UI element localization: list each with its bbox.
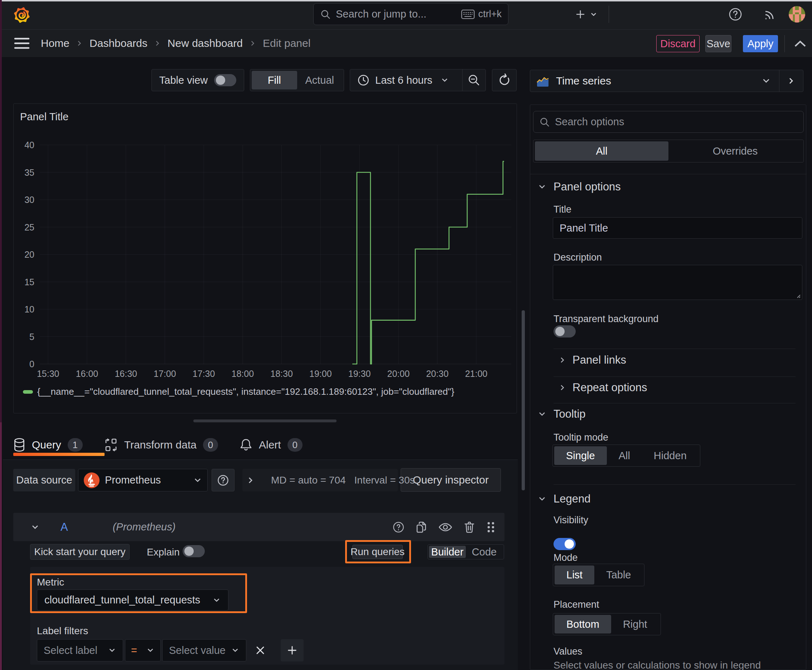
section-legend[interactable]: Legend <box>537 492 590 505</box>
section-tooltip[interactable]: Tooltip <box>537 408 586 421</box>
fill-actual-option-fill[interactable]: Fill <box>252 71 297 90</box>
breadcrumb-item-dashboards[interactable]: Dashboards <box>90 37 147 49</box>
metric-label: Metric <box>37 577 64 588</box>
query-help-icon[interactable] <box>393 521 404 533</box>
zoom-out-button[interactable] <box>463 69 485 91</box>
legend-placement-option-bottom[interactable]: Bottom <box>554 615 611 633</box>
plus-icon <box>575 8 586 20</box>
refresh-button[interactable] <box>492 69 517 91</box>
chevron-down-icon <box>589 10 598 19</box>
global-search-input[interactable]: Search or jump to... ctrl+k <box>313 3 509 25</box>
panel-description-textarea[interactable] <box>553 265 802 300</box>
add-filter-button[interactable] <box>281 639 303 662</box>
time-range-label: Last 6 hours <box>375 74 432 86</box>
builder-code-option-code[interactable]: Code <box>466 546 503 558</box>
user-avatar[interactable] <box>789 6 805 22</box>
options-scope-option-all[interactable]: All <box>535 141 668 161</box>
legend-placement-option-right[interactable]: Right <box>611 615 659 633</box>
tab-alert[interactable]: Alert 0 <box>239 438 303 452</box>
section-panel-options[interactable]: Panel options <box>537 180 621 193</box>
mega-menu-button[interactable] <box>14 36 30 51</box>
kickstart-button[interactable]: Kick start your query <box>30 544 130 560</box>
discard-button[interactable]: Discard <box>656 35 700 52</box>
tooltip-mode-option-all[interactable]: All <box>607 446 642 465</box>
explain-toggle[interactable] <box>183 545 205 557</box>
label-filter-label-select[interactable]: Select label <box>37 639 123 662</box>
x-axis-tick-label: 20:00 <box>387 369 410 379</box>
y-axis-tick-label: 0 <box>29 359 34 369</box>
breadcrumb-separator-icon <box>249 39 257 47</box>
max-data-points: MD = auto = 704 <box>271 475 346 486</box>
legend-mode-option-table[interactable]: Table <box>594 565 642 584</box>
query-editor-pane: Data source Prometheus MD = auto = 704 I… <box>3 460 518 670</box>
x-axis-tick-label: 19:00 <box>309 369 332 379</box>
legend-visibility-toggle[interactable] <box>554 538 576 550</box>
add-menu-button[interactable] <box>571 7 602 22</box>
chevron-down-icon <box>193 475 202 485</box>
chevron-down-icon <box>537 494 547 504</box>
chevron-right-icon[interactable] <box>246 475 255 485</box>
chevron-up-icon <box>794 39 807 48</box>
datasource-help-button[interactable] <box>212 469 234 491</box>
breadcrumb-item-edit-panel: Edit panel <box>263 37 310 49</box>
chevron-right-icon <box>787 76 796 86</box>
toggle-viz-picker-button[interactable] <box>780 70 803 91</box>
time-series-chart[interactable]: 051015202530354015:3016:0016:3017:0017:3… <box>14 104 517 413</box>
help-button[interactable] <box>727 7 744 22</box>
visualization-picker[interactable]: Time series <box>530 70 804 92</box>
options-scope-option-overrides[interactable]: Overrides <box>668 141 802 161</box>
transparent-bg-toggle[interactable] <box>554 325 576 337</box>
collapse-header-button[interactable] <box>791 36 810 52</box>
save-button[interactable]: Save <box>705 35 731 52</box>
bell-icon <box>239 438 253 452</box>
main-scrollbar-thumb[interactable] <box>522 310 525 490</box>
hide-response-icon[interactable] <box>439 522 452 533</box>
time-range-picker[interactable]: Last 6 hours <box>350 69 462 91</box>
remove-query-icon[interactable] <box>464 521 475 533</box>
duplicate-query-icon[interactable] <box>416 521 427 533</box>
section-panel-links[interactable]: Panel links <box>558 354 626 367</box>
chevron-down-icon <box>537 409 547 419</box>
x-axis-tick-label: 17:00 <box>154 369 176 379</box>
news-button[interactable] <box>761 7 779 22</box>
chevron-down-icon[interactable] <box>31 523 40 532</box>
tab-query[interactable]: Query 1 <box>13 438 83 452</box>
panel-resize-handle[interactable] <box>193 420 337 422</box>
timeseries-viz-icon <box>536 74 549 88</box>
table-view-toggle[interactable] <box>214 74 236 86</box>
x-axis-tick-label: 18:30 <box>270 369 293 379</box>
active-tab-indicator <box>13 453 105 456</box>
breadcrumb-item-home[interactable]: Home <box>41 37 70 49</box>
tab-transform-data[interactable]: Transform data 0 <box>104 438 218 452</box>
table-view-control: Table view <box>151 69 244 91</box>
fill-actual-option-actual[interactable]: Actual <box>297 71 342 90</box>
query-row-header[interactable]: A (Prometheus) <box>13 513 504 541</box>
toggle-knob <box>555 327 565 336</box>
metric-select[interactable]: cloudflared_tunnel_total_requests <box>37 589 229 611</box>
options-search-input[interactable]: Search options <box>533 111 804 133</box>
tooltip-mode-option-hidden[interactable]: Hidden <box>642 446 698 465</box>
builder-code-option-builder[interactable]: Builder <box>429 546 466 558</box>
label-filter-operator-select[interactable]: = <box>125 639 161 662</box>
query-inspector-button[interactable]: Query inspector <box>401 468 501 492</box>
time-range-control: Last 6 hours <box>350 69 486 91</box>
keyboard-icon <box>461 9 475 19</box>
remove-filter-button[interactable] <box>251 639 269 662</box>
tooltip-mode-option-single[interactable]: Single <box>554 446 607 465</box>
section-repeat-options[interactable]: Repeat options <box>558 381 647 394</box>
tooltip-mode-group: SingleAllHidden <box>553 445 700 467</box>
apply-button[interactable]: Apply <box>743 35 778 52</box>
header-divider <box>785 35 785 52</box>
panel-title-input[interactable]: Panel Title <box>553 217 802 239</box>
prometheus-icon <box>83 472 100 489</box>
datasource-label: Data source <box>13 469 75 491</box>
run-queries-button[interactable]: Run queries <box>352 545 403 559</box>
legend-item[interactable]: {__name__="cloudflared_tunnel_total_requ… <box>23 386 454 397</box>
label-filter-value-select[interactable]: Select value <box>162 639 246 662</box>
grafana-logo[interactable] <box>13 5 31 25</box>
transform-icon <box>104 438 118 452</box>
datasource-picker[interactable]: Prometheus <box>78 469 208 491</box>
breadcrumb-item-new-dashboard[interactable]: New dashboard <box>168 37 243 49</box>
legend-mode-option-list[interactable]: List <box>554 565 594 584</box>
drag-query-icon[interactable] <box>487 521 495 533</box>
